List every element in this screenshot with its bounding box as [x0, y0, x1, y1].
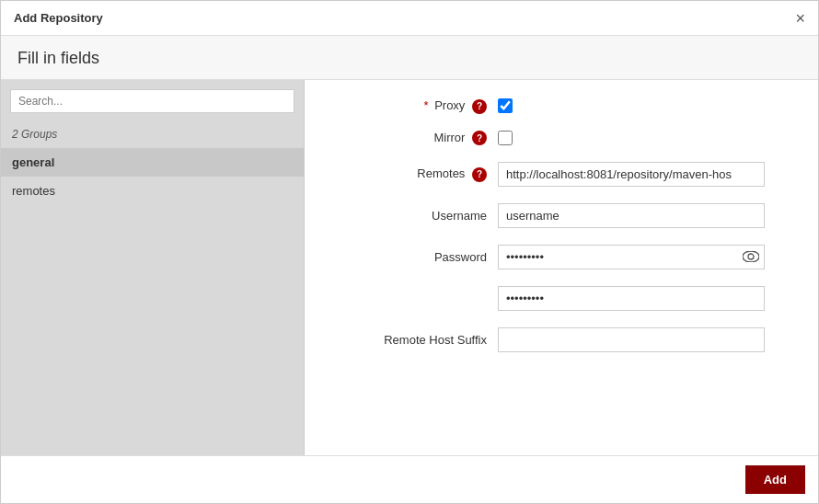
proxy-row: * Proxy ?	[332, 98, 790, 114]
proxy-checkbox-wrap	[498, 98, 513, 113]
username-label: Username	[332, 209, 498, 223]
modal-subtitle: Fill in fields	[1, 36, 818, 80]
mirror-row: Mirror ?	[332, 131, 790, 146]
username-input[interactable]	[498, 203, 765, 228]
form-content: * Proxy ? Mirror ?	[305, 80, 818, 455]
remote-host-suffix-input[interactable]	[498, 327, 765, 352]
username-row: Username	[332, 203, 790, 228]
password-wrap	[498, 245, 765, 269]
search-input[interactable]	[10, 89, 294, 113]
modal-body: 2 Groups general remotes * Proxy ?	[1, 80, 818, 455]
modal-title: Add Repository	[14, 11, 103, 25]
password-input[interactable]	[498, 245, 765, 269]
svg-point-0	[743, 251, 759, 262]
modal-footer: Add	[1, 455, 818, 503]
remote-host-suffix-label: Remote Host Suffix	[332, 333, 498, 347]
remotes-row: Remotes ?	[332, 162, 790, 187]
search-wrap	[1, 80, 304, 120]
svg-point-1	[748, 254, 754, 259]
password-toggle-button[interactable]	[743, 250, 759, 265]
password-confirm-wrap	[498, 286, 765, 311]
proxy-checkbox[interactable]	[498, 98, 513, 113]
mirror-label: Mirror ?	[332, 131, 498, 146]
remote-host-suffix-row: Remote Host Suffix	[332, 327, 790, 352]
proxy-label: * Proxy ?	[332, 98, 498, 114]
remotes-input[interactable]	[498, 162, 765, 187]
close-button[interactable]: ×	[795, 10, 805, 27]
add-repository-modal: Add Repository × Fill in fields 2 Groups…	[0, 0, 819, 504]
sidebar-item-general[interactable]: general	[1, 148, 304, 177]
remotes-label: Remotes ?	[332, 166, 498, 182]
password-label: Password	[332, 250, 498, 264]
group-label: 2 Groups	[1, 120, 304, 148]
sidebar-item-remotes[interactable]: remotes	[1, 177, 304, 205]
password-row: Password	[332, 245, 790, 269]
proxy-help-icon[interactable]: ?	[472, 99, 487, 114]
mirror-help-icon[interactable]: ?	[472, 131, 487, 145]
add-button[interactable]: Add	[745, 465, 805, 494]
password-confirm-input[interactable]	[498, 286, 765, 311]
modal-header: Add Repository ×	[1, 1, 818, 36]
mirror-checkbox[interactable]	[498, 131, 513, 145]
sidebar: 2 Groups general remotes	[1, 80, 305, 455]
remotes-help-icon[interactable]: ?	[472, 167, 487, 182]
mirror-checkbox-wrap	[498, 131, 513, 145]
required-star: *	[423, 98, 428, 112]
password-confirm-row	[332, 286, 790, 311]
